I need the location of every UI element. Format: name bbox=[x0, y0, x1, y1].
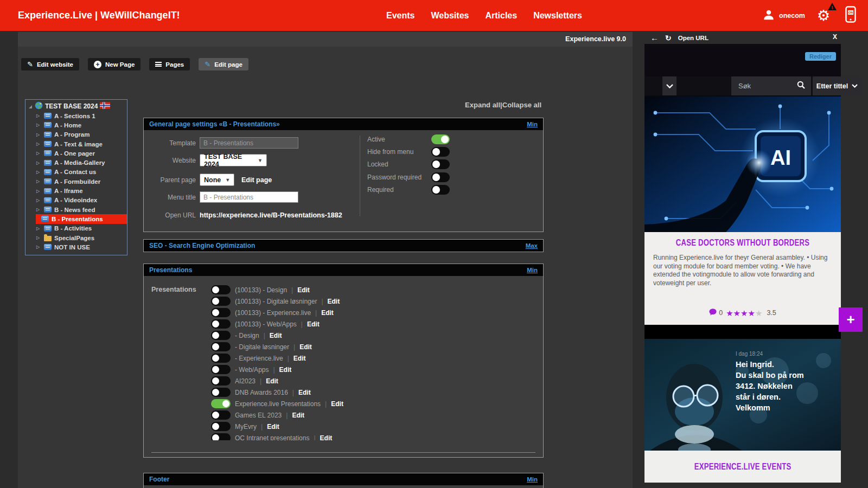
tree-item-a-formbuilder[interactable]: ▷A - Formbuilder bbox=[25, 177, 127, 186]
expander-icon[interactable]: ▷ bbox=[36, 132, 41, 137]
website-select[interactable]: TEST BASE 2024 ▼ bbox=[200, 154, 267, 166]
edit-link-design[interactable]: Edit bbox=[270, 332, 282, 339]
add-button[interactable]: + bbox=[839, 307, 863, 332]
expander-icon[interactable]: ▷ bbox=[36, 142, 41, 146]
toggle-locked[interactable] bbox=[431, 159, 450, 169]
tree-item-specialpages[interactable]: ▷SpecialPages bbox=[25, 233, 127, 242]
tree-item-a-iframe[interactable]: ▷A - Iframe bbox=[25, 186, 127, 195]
toggle-design[interactable] bbox=[211, 331, 231, 340]
tree-item-b-news-feed[interactable]: ▷B - News feed bbox=[25, 205, 127, 214]
toggle-active[interactable] bbox=[431, 134, 450, 144]
tree-item-a-media-gallery[interactable]: ▷A - Media-Gallery bbox=[25, 158, 127, 167]
nav-websites[interactable]: Websites bbox=[431, 11, 469, 21]
ai-hero-image[interactable]: AI bbox=[644, 97, 841, 232]
expand-all-link[interactable]: Expand all bbox=[465, 101, 500, 109]
expander-icon[interactable]: ▷ bbox=[36, 113, 41, 118]
expander-icon[interactable]: ▷ bbox=[36, 189, 41, 194]
toggle-100133-digitale-l-sninger[interactable] bbox=[211, 297, 231, 306]
events-card[interactable]: EXPERIENCE.LIVE EVENTS bbox=[644, 451, 841, 483]
toggle-hide-from-menu[interactable] bbox=[431, 147, 450, 157]
edit-link-web-apps[interactable]: Edit bbox=[279, 366, 292, 374]
presentations-min-link[interactable]: Min bbox=[527, 267, 538, 273]
nav-articles[interactable]: Articles bbox=[485, 11, 517, 21]
toggle-100133-web-apps[interactable] bbox=[211, 319, 231, 329]
edit-page-link[interactable]: Edit page bbox=[241, 176, 272, 184]
toggle-100133-design[interactable] bbox=[211, 285, 231, 294]
edit-link-experience-live[interactable]: Edit bbox=[293, 355, 306, 362]
search-icon[interactable] bbox=[797, 81, 805, 91]
toggle-experience-live[interactable] bbox=[211, 354, 231, 363]
refresh-icon[interactable]: ↻ bbox=[665, 33, 672, 43]
edit-link-digitale-l-sninger[interactable]: Edit bbox=[299, 343, 312, 351]
close-icon[interactable]: X bbox=[833, 33, 837, 41]
menu-title-input[interactable] bbox=[200, 191, 298, 203]
footer-min-link[interactable]: Min bbox=[527, 476, 538, 483]
star-rating[interactable]: ★★★★★ bbox=[726, 309, 762, 317]
toggle-ai2023[interactable] bbox=[211, 376, 231, 386]
edit-link-ai2023[interactable]: Edit bbox=[266, 377, 278, 385]
search-input[interactable]: Søk bbox=[731, 76, 811, 95]
tree-item-a-home[interactable]: ▷A - Home bbox=[25, 120, 127, 130]
toolbar-new-page[interactable]: +New Page bbox=[88, 58, 141, 70]
user-menu[interactable]: onecom bbox=[763, 8, 805, 23]
toggle-games-el-2023[interactable] bbox=[211, 410, 231, 420]
tree-collapse-icon[interactable] bbox=[28, 101, 33, 111]
tree-root[interactable]: TEST BASE 2024 bbox=[25, 101, 127, 111]
tree-item-a-contact-us[interactable]: ▷A - Contact us bbox=[25, 168, 127, 177]
tree-item-b-activities[interactable]: ▷B - Activities bbox=[25, 224, 127, 233]
settings-button[interactable]: ⚙ ! bbox=[817, 7, 833, 25]
tree-item-b-presentations[interactable]: B - Presentations bbox=[36, 214, 127, 223]
toolbar-edit-page[interactable]: ✎Edit page bbox=[199, 58, 248, 70]
collapse-all-link[interactable]: Collapse all bbox=[502, 101, 541, 109]
sort-filter-dropdown[interactable]: Etter tittel bbox=[813, 76, 861, 95]
toggle-oc-intranet-presentations[interactable] bbox=[211, 433, 231, 440]
toolbar-edit-website[interactable]: ✎Edit website bbox=[21, 58, 79, 70]
expander-icon[interactable]: ▷ bbox=[36, 179, 41, 184]
nav-newsletters[interactable]: Newsletters bbox=[533, 11, 582, 21]
parent-page-select[interactable]: None ▼ bbox=[200, 174, 234, 186]
general-min-link[interactable]: Min bbox=[527, 121, 538, 127]
expander-icon[interactable]: ▷ bbox=[36, 245, 41, 249]
toggle-required[interactable] bbox=[431, 185, 450, 195]
toggle-digitale-l-sninger[interactable] bbox=[211, 342, 231, 351]
tree-item-a-program[interactable]: ▷A - Program bbox=[25, 130, 127, 139]
open-url-link[interactable]: https://experience.live/B-Presentations-… bbox=[200, 211, 342, 219]
mobile-preview-button[interactable]: ON bbox=[845, 6, 856, 25]
toggle-web-apps[interactable] bbox=[211, 365, 231, 374]
toggle-myevry[interactable] bbox=[211, 422, 231, 431]
edit-link-experience-live-presentations[interactable]: Edit bbox=[331, 400, 343, 408]
expander-icon[interactable]: ▷ bbox=[36, 170, 41, 175]
edit-link-100133-web-apps[interactable]: Edit bbox=[307, 320, 320, 328]
seo-max-link[interactable]: Max bbox=[526, 242, 538, 249]
edit-link-100133-experience-live[interactable]: Edit bbox=[321, 309, 334, 317]
tree-item-a-videoindex[interactable]: ▷A - Videoindex bbox=[25, 196, 127, 205]
case-card[interactable]: CASE DOCTORS WITHOUT BORDERS Running Exp… bbox=[644, 232, 841, 325]
edit-link-dnb-awards-2016[interactable]: Edit bbox=[298, 389, 311, 396]
tree-item-not-in-use[interactable]: ▷NOT IN USE bbox=[25, 242, 127, 252]
toggle-100133-experience-live[interactable] bbox=[211, 308, 231, 317]
rediger-button[interactable]: Rediger bbox=[805, 52, 836, 61]
back-arrow-icon[interactable]: ← bbox=[650, 33, 659, 43]
expander-icon[interactable]: ▷ bbox=[36, 207, 41, 212]
message-hero-image[interactable]: I dag 18:24 Hei Ingrid.Du skal bo på rom… bbox=[644, 325, 841, 451]
toggle-experience-live-presentations[interactable] bbox=[211, 399, 231, 408]
expander-icon[interactable]: ▷ bbox=[36, 123, 41, 127]
expander-icon[interactable]: ▷ bbox=[36, 235, 41, 240]
expander-icon[interactable]: ▷ bbox=[36, 198, 41, 203]
menu-chevron-button[interactable] bbox=[662, 76, 676, 95]
edit-link-100133-digitale-l-sninger[interactable]: Edit bbox=[328, 298, 340, 305]
tree-item-a-text-image[interactable]: ▷A - Text & image bbox=[25, 139, 127, 149]
edit-link-100133-design[interactable]: Edit bbox=[297, 286, 310, 294]
expander-icon[interactable]: ▷ bbox=[36, 160, 41, 165]
edit-link-oc-intranet-presentations[interactable]: Edit bbox=[320, 434, 333, 441]
nav-events[interactable]: Events bbox=[386, 11, 414, 21]
toolbar-pages[interactable]: Pages bbox=[149, 58, 190, 70]
toggle-dnb-awards-2016[interactable] bbox=[211, 388, 231, 397]
edit-link-games-el-2023[interactable]: Edit bbox=[292, 412, 304, 419]
tree-item-a-one-pager[interactable]: ▷A - One pager bbox=[25, 149, 127, 158]
edit-link-myevry[interactable]: Edit bbox=[267, 423, 279, 431]
toggle-password-required[interactable] bbox=[431, 172, 450, 182]
expander-icon[interactable]: ▷ bbox=[36, 151, 41, 156]
expander-icon[interactable]: ▷ bbox=[36, 226, 41, 231]
tree-item-a-sections-1[interactable]: ▷A - Sections 1 bbox=[25, 111, 127, 120]
